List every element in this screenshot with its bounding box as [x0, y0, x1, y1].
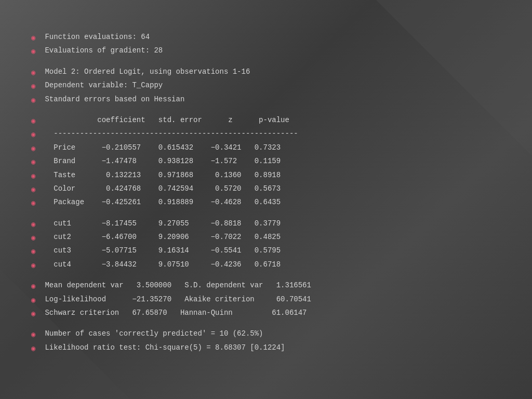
- line-text-8: ----------------------------------------…: [45, 128, 298, 139]
- line-item-3: ◉Model 2: Ordered Logit, using observati…: [31, 66, 501, 78]
- bullet-icon-12: ◉: [31, 184, 35, 195]
- line-text-10: Brand −1.47478 0.938128 −1.572 0.1159: [45, 155, 281, 167]
- line-item-13: ◉ Package −0.425261 0.918889 −0.4628 0.6…: [31, 196, 501, 209]
- bullet-icon-20: ◉: [31, 281, 35, 292]
- bullet-icon-10: ◉: [31, 156, 35, 168]
- line-text-12: Color 0.424768 0.742594 0.5720 0.5673: [45, 183, 281, 194]
- bullet-icon-24: ◉: [31, 329, 35, 340]
- bullet-icon-15: ◉: [31, 219, 35, 230]
- line-text-1: Evaluations of gradient: 28: [45, 45, 163, 56]
- line-text-15: cut1 −8.17455 9.27055 −0.8818 0.3779: [45, 218, 281, 229]
- spacer-23: [31, 321, 501, 328]
- line-text-4: Dependent variable: T_Cappy: [45, 79, 163, 91]
- line-item-7: ◉ coefficient std. error z p-value: [31, 114, 501, 127]
- line-text-3: Model 2: Ordered Logit, using observatio…: [45, 66, 250, 77]
- line-item-0: ◉Function evaluations: 64: [31, 31, 501, 44]
- line-text-7: coefficient std. error z p-value: [45, 114, 289, 126]
- bullet-icon-3: ◉: [31, 67, 35, 78]
- line-item-17: ◉ cut3 −5.07715 9.16314 −0.5541 0.5795: [31, 245, 501, 257]
- line-text-24: Number of cases 'correctly predicted' = …: [45, 328, 263, 339]
- line-item-21: ◉Log-likelihood −21.35270 Akaike criteri…: [31, 294, 501, 306]
- main-content: ◉Function evaluations: 64◉Evaluations of…: [0, 0, 532, 376]
- line-text-21: Log-likelihood −21.35270 Akaike criterio…: [45, 294, 311, 305]
- bullet-icon-7: ◉: [31, 115, 35, 127]
- bullet-icon-8: ◉: [31, 129, 35, 140]
- bullet-icon-22: ◉: [31, 308, 35, 320]
- line-item-4: ◉Dependent variable: T_Cappy: [31, 79, 501, 92]
- spacer-2: [31, 59, 501, 66]
- line-item-9: ◉ Price −0.210557 0.615432 −0.3421 0.732…: [31, 142, 501, 154]
- bullet-icon-16: ◉: [31, 232, 35, 244]
- line-item-16: ◉ cut2 −6.46700 9.20906 −0.7022 0.4825: [31, 231, 501, 244]
- spacer-6: [31, 107, 501, 114]
- line-text-11: Taste 0.132213 0.971868 0.1360 0.8918: [45, 169, 281, 181]
- line-item-24: ◉Number of cases 'correctly predicted' =…: [31, 328, 501, 340]
- line-item-22: ◉Schwarz criterion 67.65870 Hannan-Quinn…: [31, 307, 501, 320]
- line-text-5: Standard errors based on Hessian: [45, 94, 184, 105]
- line-item-1: ◉Evaluations of gradient: 28: [31, 45, 501, 57]
- line-text-18: cut4 −3.84432 9.07510 −0.4236 0.6718: [45, 259, 281, 270]
- bullet-icon-21: ◉: [31, 295, 35, 306]
- line-text-25: Likelihood ratio test: Chi-square(5) = 8…: [45, 342, 285, 353]
- line-text-20: Mean dependent var 3.500000 S.D. depende…: [45, 280, 311, 291]
- line-text-9: Price −0.210557 0.615432 −0.3421 0.7323: [45, 142, 281, 153]
- bullet-icon-25: ◉: [31, 343, 35, 354]
- line-item-8: ◉ --------------------------------------…: [31, 128, 501, 140]
- bullet-icon-4: ◉: [31, 81, 35, 92]
- line-text-22: Schwarz criterion 67.65870 Hannan-Quinn …: [45, 307, 307, 318]
- line-item-18: ◉ cut4 −3.84432 9.07510 −0.4236 0.6718: [31, 259, 501, 271]
- line-item-15: ◉ cut1 −8.17455 9.27055 −0.8818 0.3779: [31, 218, 501, 230]
- bullet-icon-5: ◉: [31, 95, 35, 106]
- bullet-icon-1: ◉: [31, 46, 35, 57]
- line-item-12: ◉ Color 0.424768 0.742594 0.5720 0.5673: [31, 183, 501, 195]
- bullet-icon-18: ◉: [31, 260, 35, 271]
- bullet-icon-17: ◉: [31, 246, 35, 257]
- bullet-icon-11: ◉: [31, 170, 35, 182]
- output-lines: ◉Function evaluations: 64◉Evaluations of…: [31, 31, 501, 354]
- bullet-icon-0: ◉: [31, 32, 35, 44]
- spacer-19: [31, 272, 501, 280]
- bullet-icon-13: ◉: [31, 197, 35, 209]
- line-item-20: ◉Mean dependent var 3.500000 S.D. depend…: [31, 280, 501, 292]
- line-text-0: Function evaluations: 64: [45, 31, 150, 43]
- line-item-5: ◉Standard errors based on Hessian: [31, 94, 501, 106]
- line-item-10: ◉ Brand −1.47478 0.938128 −1.572 0.1159: [31, 155, 501, 168]
- bullet-icon-9: ◉: [31, 143, 35, 154]
- spacer-14: [31, 210, 501, 218]
- line-text-13: Package −0.425261 0.918889 −0.4628 0.643…: [45, 196, 281, 208]
- line-text-17: cut3 −5.07715 9.16314 −0.5541 0.5795: [45, 245, 281, 256]
- line-item-25: ◉Likelihood ratio test: Chi-square(5) = …: [31, 342, 501, 354]
- line-item-11: ◉ Taste 0.132213 0.971868 0.1360 0.8918: [31, 169, 501, 182]
- line-text-16: cut2 −6.46700 9.20906 −0.7022 0.4825: [45, 231, 281, 243]
